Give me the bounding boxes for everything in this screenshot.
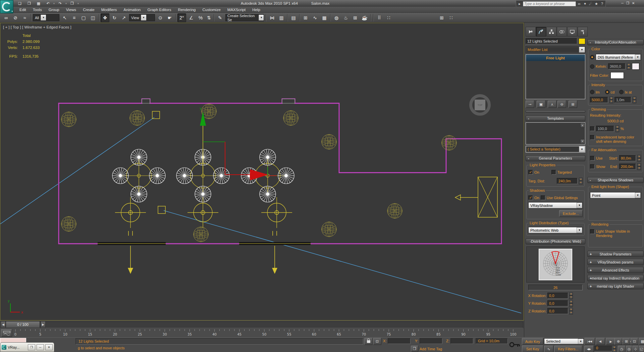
dimming-checkbox[interactable] [590,126,595,131]
remove-modifier-icon[interactable]: ⊖ [557,101,566,108]
use-global-settings-checkbox[interactable] [541,195,545,200]
targeted-checkbox[interactable] [551,170,556,175]
viewport-top[interactable]: yxy [ + ] [ Top ] [ Wireframe + Edged Fa… [0,23,524,320]
kelvin-spinner[interactable]: ▲▼ [627,63,631,70]
shape-dropdown[interactable]: Point ▼ [590,192,641,198]
dropdown-arrow-icon[interactable]: ▼ [577,202,582,208]
communication-center-icon[interactable]: ☄ [588,2,593,6]
pan-hand-icon[interactable]: ⊹ [632,346,639,352]
menu-help[interactable]: Help [249,7,264,12]
layer-manager-icon[interactable]: ▤ [289,13,298,22]
x-rotation-field[interactable]: 0,0 [547,293,568,299]
selection-lock-button[interactable] [364,338,373,345]
lx-distance-field[interactable]: 1,0m [614,97,631,103]
rollout-shadow-parameters[interactable]: +Shadow Parameters [587,251,644,257]
favorites-star-icon[interactable]: ★ [594,2,599,6]
dropdown-arrow-icon[interactable]: ▼ [579,47,585,53]
vray-close-icon[interactable]: ✕ [45,344,53,350]
z-rotation-field[interactable]: 0,0 [547,308,568,314]
dropdown-arrow-icon[interactable]: ▼ [578,339,584,344]
far-show-checkbox[interactable] [590,164,595,169]
dropdown-arrow-icon[interactable]: ▼ [579,146,585,152]
rollout-shape-area-shadows[interactable]: - Shape/Area Shadows [587,177,644,183]
snaps-grid-icon[interactable]: ∷ [384,13,393,22]
y-coordinate-field[interactable] [420,338,442,344]
subscription-key-icon[interactable]: ✦ [583,2,587,6]
select-by-name-icon[interactable]: ≡ [70,13,78,22]
x-coordinate-field[interactable] [388,338,411,344]
extras-toolbar-icon[interactable]: ⊞ [437,13,446,22]
bind-to-spacewarp-icon[interactable]: ≈ [20,13,29,22]
shadow-type-dropdown[interactable]: VRayShadow ▼ [528,202,583,209]
dropdown-arrow-icon[interactable]: ▼ [577,227,582,233]
menu-graph-editors[interactable]: Graph Editors [144,7,174,12]
viewport-label[interactable]: [ + ] [ Top ] [ Wireframe + Edged Faces … [3,25,71,29]
lm-radio[interactable] [590,90,594,94]
far-start-field[interactable]: 80,0m [619,155,636,161]
zoom-icon[interactable]: ⊕ [614,338,622,345]
select-and-rotate-icon[interactable]: ↻ [110,13,119,22]
show-end-result-icon[interactable]: ▣ [537,101,545,108]
dropdown-arrow-icon[interactable]: ▼ [635,54,641,60]
rollout-general-parameters[interactable]: - General Parameters [526,155,585,161]
rollout-mental-ray-indirect-illumination[interactable]: +mental ray Indirect Illumination [587,275,644,281]
open-file-button[interactable]: ❐ [25,0,34,6]
z-rotation-spinner[interactable]: ▲▼ [569,308,573,314]
undo-dropdown-icon[interactable]: ▾ [53,2,55,5]
rollout-vrayshadows-params[interactable]: +VRayShadows params [587,259,644,265]
zoom-all-icon[interactable]: ⊞ [623,338,630,345]
3dsmax-logo-button[interactable]: ▾ [0,0,13,13]
object-name-field[interactable]: 12 Lights Selected [526,38,577,44]
scroll-up-icon[interactable]: ▲ [580,123,585,128]
select-template-dropdown[interactable]: ( Select a Template) ▼ [526,146,585,153]
rollout-distribution[interactable]: -Distribution (Photometric Web) [526,238,585,244]
dimming-spinner[interactable]: ▲▼ [615,125,619,132]
time-configuration-icon[interactable]: ◷ [618,346,626,352]
minimize-button[interactable]: ─ [621,1,624,5]
y-rotation-spinner[interactable]: ▲▼ [569,300,573,307]
selection-filter-dropdown[interactable]: All▼ [33,14,59,21]
time-slider-handle[interactable]: 0 / 100 [6,321,40,328]
menu-edit[interactable]: Edit [16,7,30,12]
intensity-spinner[interactable]: ▲▼ [609,97,613,103]
select-and-move-icon[interactable]: ✥ [101,13,109,22]
close-button[interactable]: ✕ [632,1,635,5]
time-tag-cube-icon[interactable]: ❒ [411,346,418,352]
maximize-viewport-icon[interactable]: ◱ [639,346,644,352]
modifier-stack[interactable]: Free Light [526,54,585,99]
search-input[interactable] [523,1,576,6]
modifier-list-dropdown[interactable]: Modifier List ▼ [526,46,585,53]
time-slider-prev-icon[interactable]: ◀ [1,321,6,328]
rollout-mental-ray-light-shader[interactable]: +mental ray Light Shader [587,283,644,289]
select-and-link-icon[interactable]: ∞ [2,13,10,22]
zoom-extents-all-icon[interactable]: ▩ [639,338,644,345]
snaps-toggle-icon[interactable]: 2° [177,13,186,22]
kelvin-color-swatch[interactable] [632,63,639,70]
stack-item-free-light[interactable]: Free Light [526,55,585,61]
select-object-icon[interactable]: ↖ [60,13,69,22]
pin-stack-icon[interactable]: ⊸ [526,101,534,108]
lx-radio[interactable] [619,90,624,94]
key-mode-dropdown[interactable]: Selected ▼ [544,338,584,344]
exclude-button[interactable]: Exclude... [559,210,583,217]
kelvin-radio[interactable] [590,64,594,69]
edit-named-selection-sets-icon[interactable]: ✎ [216,13,224,22]
far-use-checkbox[interactable] [590,156,595,161]
add-time-tag[interactable]: Add Time Tag [420,347,442,351]
time-slider-track[interactable] [1,321,523,328]
unlink-selection-icon[interactable]: ⊘ [11,13,20,22]
search-binoculars-icon[interactable]: ∞ [577,2,582,6]
restore-button[interactable]: ❐ [626,1,629,5]
menu-group[interactable]: Group [45,7,63,12]
zoom-extents-icon[interactable]: ⊡ [631,338,638,345]
cd-radio[interactable] [605,90,609,94]
project-manage-button[interactable]: ❒ [68,0,76,6]
viewcube-top-face[interactable]: TOP [475,100,485,110]
viewcube[interactable]: TOP [469,94,491,116]
new-file-button[interactable]: ❏ [15,0,24,6]
dots-toolbar-icon[interactable]: ∷ [447,13,455,22]
rectangular-selection-region-icon[interactable]: ▢ [79,13,88,22]
menu-animation[interactable]: Animation [120,7,144,12]
track-bar-ruler[interactable]: 0510152025303540455055606570758085909510… [13,329,523,337]
select-and-manipulate-icon[interactable]: ☛ [165,13,174,22]
